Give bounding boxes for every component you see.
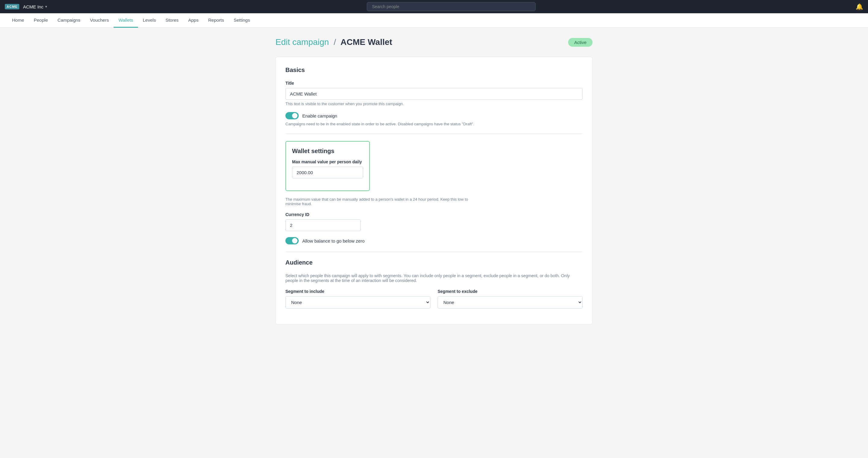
currency-id-input[interactable] [285,219,361,231]
nav-settings[interactable]: Settings [229,13,255,28]
chevron-down-icon: ▾ [45,4,47,9]
nav-home[interactable]: Home [7,13,29,28]
wallet-divider [285,252,583,252]
main-nav: Home People Campaigns Vouchers Wallets L… [0,13,868,28]
segment-include-field: Segment to include None [285,289,430,308]
status-badge: Active [568,38,592,47]
audience-description: Select which people this campaign will a… [285,273,583,283]
segment-exclude-field: Segment to exclude None [438,289,583,308]
company-name[interactable]: ACME Inc ▾ [23,4,47,9]
page-title-row: Edit campaign / ACME Wallet Active [276,37,592,47]
max-manual-input[interactable] [292,167,363,178]
nav-people[interactable]: People [29,13,53,28]
nav-apps[interactable]: Apps [184,13,204,28]
enable-toggle-desc: Campaigns need to be in the enabled stat… [285,122,583,126]
allow-balance-toggle-label: Allow balance to go below zero [302,238,365,243]
title-hint: This text is visible to the customer whe… [285,102,583,106]
allow-balance-toggle-row: Allow balance to go below zero [285,237,583,244]
basics-section-title: Basics [285,67,583,73]
audience-section-title: Audience [285,259,583,266]
page-title: Edit campaign / ACME Wallet [276,37,392,47]
title-field-group: Title This text is visible to the custom… [285,81,583,106]
search-input[interactable] [367,2,535,11]
basics-divider [285,133,583,134]
notification-bell-icon[interactable]: 🔔 [856,3,863,10]
wallet-settings-title: Wallet settings [292,148,363,155]
search-container [51,2,852,11]
enable-toggle[interactable] [285,112,299,119]
title-input[interactable] [285,88,583,100]
logo: ACME [5,4,19,9]
enable-toggle-label: Enable campaign [302,113,337,119]
nav-wallets[interactable]: Wallets [114,13,138,28]
allow-balance-toggle[interactable] [285,237,299,244]
segment-include-select[interactable]: None [285,296,430,308]
nav-levels[interactable]: Levels [138,13,161,28]
max-manual-hint: The maximum value that can be manually a… [285,197,478,206]
basics-card: Basics Title This text is visible to the… [276,57,592,325]
page-content: Edit campaign / ACME Wallet Active Basic… [268,28,600,341]
wallet-settings-box: Wallet settings Max manual value per per… [285,141,370,191]
enable-toggle-row: Enable campaign [285,112,583,119]
nav-campaigns[interactable]: Campaigns [53,13,85,28]
segment-exclude-select[interactable]: None [438,296,583,308]
segment-columns: Segment to include None Segment to exclu… [285,289,583,315]
max-manual-field-group: Max manual value per person daily [292,159,363,178]
currency-id-label: Currency ID [285,212,361,217]
segment-include-label: Segment to include [285,289,430,294]
nav-reports[interactable]: Reports [204,13,229,28]
nav-vouchers[interactable]: Vouchers [85,13,114,28]
title-label: Title [285,81,583,86]
segment-exclude-label: Segment to exclude [438,289,583,294]
nav-stores[interactable]: Stores [161,13,183,28]
topbar: ACME ACME Inc ▾ 🔔 [0,0,868,13]
currency-id-field-group: Currency ID [285,212,361,231]
max-manual-label: Max manual value per person daily [292,159,363,164]
